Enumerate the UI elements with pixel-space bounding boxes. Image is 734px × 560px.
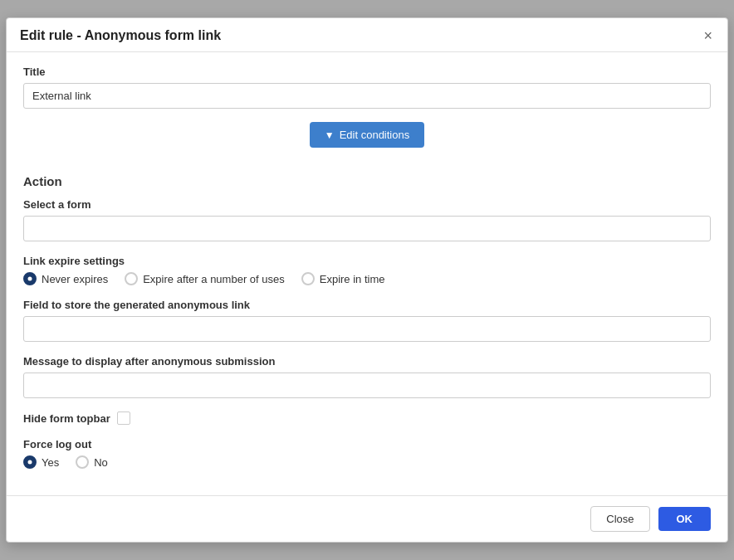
link-expire-settings-group: Link expire settings Never expires Expir… xyxy=(23,255,711,285)
force-logout-no-option[interactable]: No xyxy=(76,455,108,469)
title-field-group: Title xyxy=(23,66,711,109)
expire-time-label: Expire in time xyxy=(320,273,385,285)
force-logout-no-radio[interactable] xyxy=(76,455,89,469)
dialog-title: Edit rule - Anonymous form link xyxy=(20,28,221,43)
expire-never-option[interactable]: Never expires xyxy=(23,272,108,285)
dialog-overlay: Edit rule - Anonymous form link × Title … xyxy=(0,0,734,560)
field-to-store-label: Field to store the generated anonymous l… xyxy=(23,299,711,311)
force-log-out-label: Force log out xyxy=(23,438,711,450)
select-form-group: Select a form xyxy=(23,198,711,241)
force-logout-yes-radio[interactable] xyxy=(23,455,37,469)
select-form-label: Select a form xyxy=(23,198,711,211)
edit-rule-dialog: Edit rule - Anonymous form link × Title … xyxy=(6,17,728,543)
select-form-input[interactable] xyxy=(23,216,711,241)
hide-form-topbar-checkbox[interactable] xyxy=(117,411,130,425)
dialog-header: Edit rule - Anonymous form link × xyxy=(7,18,727,52)
expire-uses-option[interactable]: Expire after a number of uses xyxy=(125,272,285,285)
dialog-footer: Close OK xyxy=(7,495,727,542)
expire-time-option[interactable]: Expire in time xyxy=(301,272,385,285)
expire-time-radio[interactable] xyxy=(301,272,315,285)
dialog-close-button[interactable]: × xyxy=(702,28,714,43)
force-log-out-group: Force log out Yes No xyxy=(23,438,711,469)
expire-never-label: Never expires xyxy=(42,273,108,285)
expire-never-radio[interactable] xyxy=(23,272,37,285)
message-display-group: Message to display after anonymous submi… xyxy=(23,355,711,398)
edit-conditions-label: Edit conditions xyxy=(340,129,410,141)
field-to-store-input[interactable] xyxy=(23,316,711,342)
action-section-label: Action xyxy=(23,174,711,188)
force-log-out-radio-group: Yes No xyxy=(23,455,711,469)
close-button[interactable]: Close xyxy=(590,506,649,532)
hide-form-topbar-label: Hide form topbar xyxy=(23,412,110,425)
dialog-body: Title ▼ Edit conditions Action Select a … xyxy=(7,52,727,495)
edit-conditions-button[interactable]: ▼ Edit conditions xyxy=(310,122,424,148)
title-label: Title xyxy=(23,66,711,78)
title-input[interactable] xyxy=(23,83,711,109)
hide-form-topbar-group: Hide form topbar xyxy=(23,411,711,425)
message-display-input[interactable] xyxy=(23,373,711,398)
ok-button[interactable]: OK xyxy=(658,507,712,531)
link-expire-settings-label: Link expire settings xyxy=(23,255,711,267)
force-logout-no-label: No xyxy=(94,456,108,469)
force-logout-yes-option[interactable]: Yes xyxy=(23,455,59,469)
message-display-label: Message to display after anonymous submi… xyxy=(23,355,711,368)
force-logout-yes-label: Yes xyxy=(42,456,59,469)
field-to-store-group: Field to store the generated anonymous l… xyxy=(23,299,711,342)
link-expire-radio-group: Never expires Expire after a number of u… xyxy=(23,272,711,285)
expire-uses-label: Expire after a number of uses xyxy=(143,273,285,285)
expire-uses-radio[interactable] xyxy=(125,272,138,285)
filter-icon: ▼ xyxy=(325,129,335,141)
